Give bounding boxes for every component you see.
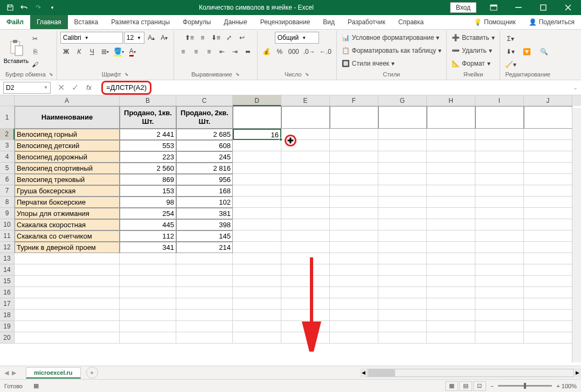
col-header-A[interactable]: A (15, 95, 120, 106)
macro-recorder-icon[interactable]: ▦ (33, 382, 39, 389)
launcher-icon[interactable]: ⬊ (49, 72, 53, 77)
row-header[interactable]: 19 (0, 321, 15, 332)
row-header[interactable]: 3 (0, 140, 15, 151)
cell[interactable] (427, 298, 475, 310)
comma-icon[interactable]: 000 (287, 46, 301, 58)
tab-layout[interactable]: Разметка страницы (105, 15, 176, 29)
cell[interactable]: Продано, 1кв. Шт. (120, 106, 176, 129)
cell[interactable] (233, 185, 281, 197)
clear-icon[interactable]: 🧹▾ (503, 59, 518, 71)
cell[interactable]: Перчатки боксерские (15, 197, 120, 208)
fill-color-icon[interactable]: 🪣▾ (112, 46, 126, 58)
insert-cells[interactable]: ➕Вставить▾ (450, 32, 496, 44)
cell[interactable]: 341 (120, 242, 176, 253)
cell[interactable] (524, 174, 572, 185)
cell[interactable] (176, 310, 233, 321)
cell[interactable] (427, 174, 475, 185)
col-header-H[interactable]: H (427, 95, 475, 106)
cell[interactable] (233, 287, 281, 298)
cell[interactable] (378, 129, 427, 140)
cell[interactable] (378, 219, 427, 230)
increase-indent-icon[interactable]: ⇥ (229, 46, 241, 58)
cell[interactable] (233, 276, 281, 287)
cell[interactable]: 145 (176, 230, 233, 242)
cell[interactable] (176, 298, 233, 310)
cell[interactable] (427, 185, 475, 197)
cell[interactable] (120, 253, 176, 264)
cell[interactable] (330, 140, 378, 151)
underline-button[interactable]: Ч (86, 46, 98, 58)
row-header[interactable]: 10 (0, 219, 15, 230)
cell[interactable] (427, 253, 475, 264)
cell[interactable] (15, 264, 120, 276)
cell[interactable]: Упоры для отжимания (15, 208, 120, 219)
tab-review[interactable]: Рецензирование (254, 15, 317, 29)
cell[interactable] (281, 264, 330, 276)
cell[interactable] (281, 310, 330, 321)
cell[interactable] (15, 253, 120, 264)
col-header-G[interactable]: G (378, 95, 427, 106)
align-left-icon[interactable]: ≡ (177, 46, 189, 58)
cell[interactable] (524, 106, 572, 129)
cell[interactable] (330, 163, 378, 174)
cell[interactable] (427, 242, 475, 253)
row-header[interactable]: 13 (0, 253, 15, 264)
next-sheet-icon[interactable]: ▶ (12, 369, 16, 376)
col-header-D[interactable]: D (233, 95, 281, 106)
font-color-icon[interactable]: A▾ (127, 46, 139, 58)
cell[interactable] (427, 219, 475, 230)
cell[interactable]: 608 (176, 140, 233, 151)
cell[interactable] (475, 140, 524, 151)
cell[interactable] (281, 242, 330, 253)
cell[interactable] (330, 185, 378, 197)
row-header[interactable]: 8 (0, 197, 15, 208)
cell[interactable] (15, 298, 120, 310)
row-header[interactable]: 9 (0, 208, 15, 219)
cell[interactable] (475, 208, 524, 219)
cell[interactable] (475, 230, 524, 242)
cell[interactable] (330, 230, 378, 242)
cell[interactable] (378, 163, 427, 174)
cell[interactable] (475, 219, 524, 230)
increase-decimal-icon[interactable]: .0→ (302, 46, 317, 58)
cell[interactable] (524, 151, 572, 163)
cell[interactable] (330, 287, 378, 298)
zoom-out-icon[interactable]: − (490, 383, 494, 389)
cell[interactable]: 245 (176, 151, 233, 163)
name-box[interactable]: D2▼ (3, 82, 51, 94)
cell[interactable]: 445 (120, 219, 176, 230)
cell[interactable]: 398 (176, 219, 233, 230)
cell[interactable] (378, 276, 427, 287)
cell[interactable] (15, 276, 120, 287)
cell[interactable] (524, 219, 572, 230)
cell[interactable] (475, 310, 524, 321)
select-all-corner[interactable] (0, 95, 15, 106)
col-header-I[interactable]: I (475, 95, 524, 106)
cell[interactable] (176, 321, 233, 332)
percent-icon[interactable]: % (274, 46, 286, 58)
redo-icon[interactable]: ↷ (32, 2, 44, 13)
italic-button[interactable]: К (73, 46, 85, 58)
normal-view-icon[interactable]: ▦ (445, 381, 458, 391)
row-header[interactable]: 7 (0, 185, 15, 197)
cell[interactable] (15, 310, 120, 321)
vertical-scrollbar[interactable] (572, 108, 581, 362)
tab-help[interactable]: Справка (392, 15, 430, 29)
cell[interactable] (233, 253, 281, 264)
cell[interactable] (427, 151, 475, 163)
cell[interactable]: Велосипед трековый (15, 174, 120, 185)
col-header-F[interactable]: F (330, 95, 378, 106)
cell[interactable] (475, 264, 524, 276)
prev-sheet-icon[interactable]: ◀ (4, 369, 9, 376)
save-icon[interactable] (4, 2, 16, 13)
cell[interactable] (524, 242, 572, 253)
cell[interactable] (233, 321, 281, 332)
cell[interactable]: 102 (176, 197, 233, 208)
cell[interactable]: 223 (120, 151, 176, 163)
cell[interactable] (281, 230, 330, 242)
conditional-formatting[interactable]: 📊Условное форматирование▾ (340, 32, 441, 44)
cell[interactable] (378, 106, 427, 129)
sheet-tab[interactable]: microexcel.ru (26, 367, 81, 379)
cell[interactable] (330, 208, 378, 219)
undo-icon[interactable] (18, 2, 30, 13)
